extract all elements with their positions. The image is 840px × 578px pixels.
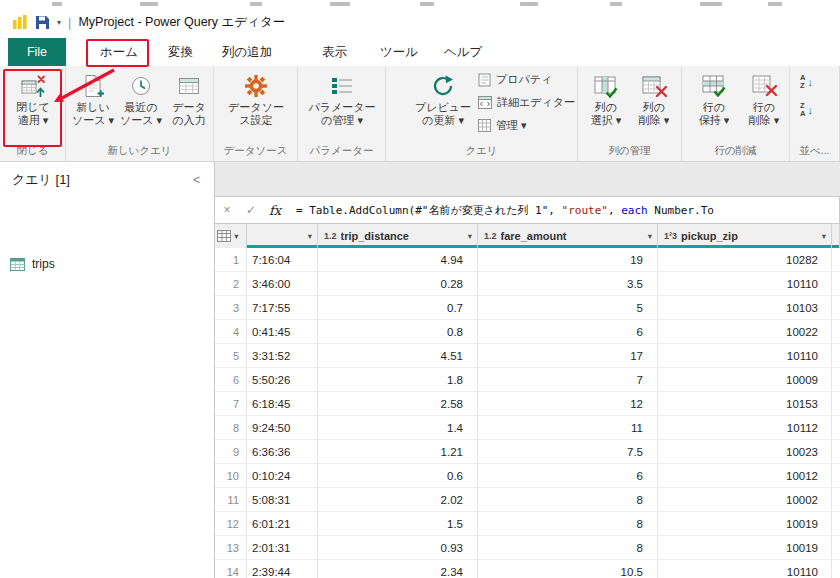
collapse-pane-button[interactable]: < — [193, 173, 200, 187]
pickup-zip-cell[interactable]: 10282 — [658, 248, 832, 271]
pickup-time-cell[interactable]: 7:17:55 — [247, 296, 318, 319]
row-number-cell[interactable]: 12 — [215, 512, 247, 535]
fare-amount-cell[interactable]: 8 — [478, 488, 658, 511]
keep-rows-button[interactable]: 行の 保持 ▾ — [692, 71, 736, 128]
trip-distance-cell[interactable]: 1.21 — [318, 440, 478, 463]
choose-columns-button[interactable]: 列の 選択 ▾ — [584, 71, 628, 128]
row-number-cell[interactable]: 2 — [215, 272, 247, 295]
fare-amount-cell[interactable]: 11 — [478, 416, 658, 439]
fare-amount-cell[interactable]: 8 — [478, 536, 658, 559]
tab-tools[interactable]: ツール — [372, 38, 426, 66]
pickup-time-cell[interactable]: 3:46:00 — [247, 272, 318, 295]
row-number-cell[interactable]: 4 — [215, 320, 247, 343]
remove-rows-button[interactable]: 行の 削除 ▾ — [742, 71, 786, 128]
cancel-button[interactable]: × — [215, 203, 239, 217]
filter-dropdown-icon[interactable]: ▾ — [822, 231, 826, 241]
column-header-trip-distance[interactable]: 1.2 trip_distance ▾ — [318, 224, 478, 248]
trip-distance-cell[interactable]: 4.51 — [318, 344, 478, 367]
trip-distance-cell[interactable]: 1.8 — [318, 368, 478, 391]
fare-amount-cell[interactable]: 12 — [478, 392, 658, 415]
pickup-time-cell[interactable]: 5:50:26 — [247, 368, 318, 391]
query-item-trips[interactable]: trips — [0, 252, 214, 276]
trip-distance-cell[interactable]: 0.6 — [318, 464, 478, 487]
data-source-settings-button[interactable]: データソー ス設定 — [224, 71, 288, 128]
row-number-cell[interactable]: 14 — [215, 560, 247, 578]
column-header-pickup-zip[interactable]: 1²3 pickup_zip ▾ — [658, 224, 832, 248]
filter-dropdown-icon[interactable]: ▾ — [648, 231, 652, 241]
pickup-time-cell[interactable]: 3:31:52 — [247, 344, 318, 367]
fare-amount-cell[interactable]: 3.5 — [478, 272, 658, 295]
manage-button[interactable]: 管理 ▾ — [478, 118, 527, 133]
pickup-zip-cell[interactable]: 10022 — [658, 320, 832, 343]
recent-sources-button[interactable]: 最近の ソース ▾ — [118, 71, 164, 128]
close-apply-button[interactable]: 閉じて 適用 ▾ — [7, 71, 59, 128]
pickup-zip-cell[interactable]: 10112 — [658, 416, 832, 439]
column-header-fare-amount[interactable]: 1.2 fare_amount ▾ — [478, 224, 658, 248]
pickup-time-cell[interactable]: 2:39:44 — [247, 560, 318, 578]
fare-amount-cell[interactable]: 17 — [478, 344, 658, 367]
new-source-button[interactable]: 新しい ソース ▾ — [70, 71, 116, 128]
pickup-zip-cell[interactable]: 10023 — [658, 440, 832, 463]
pickup-time-cell[interactable]: 0:41:45 — [247, 320, 318, 343]
tab-file[interactable]: File — [8, 38, 66, 66]
fare-amount-cell[interactable]: 6 — [478, 320, 658, 343]
filter-dropdown-icon[interactable]: ▾ — [308, 231, 312, 241]
pickup-zip-cell[interactable]: 10110 — [658, 344, 832, 367]
trip-distance-cell[interactable]: 2.58 — [318, 392, 478, 415]
pickup-time-cell[interactable]: 6:01:21 — [247, 512, 318, 535]
formula-input[interactable]: = Table.AddColumn(#"名前が変更された列 1", "route… — [296, 203, 714, 218]
pickup-zip-cell[interactable]: 10019 — [658, 512, 832, 535]
row-number-cell[interactable]: 6 — [215, 368, 247, 391]
manage-parameters-button[interactable]: パラメーター の管理 ▾ — [307, 71, 377, 128]
pickup-time-cell[interactable]: 7:16:04 — [247, 248, 318, 271]
fare-amount-cell[interactable]: 7.5 — [478, 440, 658, 463]
column-header-datetime-clipped[interactable]: ▾ — [247, 224, 318, 248]
pickup-time-cell[interactable]: 6:18:45 — [247, 392, 318, 415]
table-menu-button[interactable]: ▾ — [215, 224, 247, 248]
pickup-zip-cell[interactable]: 10153 — [658, 392, 832, 415]
pickup-zip-cell[interactable]: 10103 — [658, 296, 832, 319]
row-number-cell[interactable]: 8 — [215, 416, 247, 439]
row-number-cell[interactable]: 3 — [215, 296, 247, 319]
pickup-zip-cell[interactable]: 10110 — [658, 560, 832, 578]
tab-transform[interactable]: 変換 — [160, 38, 201, 66]
pickup-zip-cell[interactable]: 10012 — [658, 464, 832, 487]
tab-add-column[interactable]: 列の追加 — [214, 38, 280, 66]
pickup-zip-cell[interactable]: 10009 — [658, 368, 832, 391]
pickup-time-cell[interactable]: 5:08:31 — [247, 488, 318, 511]
trip-distance-cell[interactable]: 0.8 — [318, 320, 478, 343]
pickup-time-cell[interactable]: 0:10:24 — [247, 464, 318, 487]
fare-amount-cell[interactable]: 7 — [478, 368, 658, 391]
remove-columns-button[interactable]: 列の 削除 ▾ — [632, 71, 676, 128]
fare-amount-cell[interactable]: 10.5 — [478, 560, 658, 578]
fare-amount-cell[interactable]: 5 — [478, 296, 658, 319]
tab-view[interactable]: 表示 — [314, 38, 355, 66]
tab-home[interactable]: ホーム — [92, 38, 146, 66]
row-number-cell[interactable]: 1 — [215, 248, 247, 271]
row-number-cell[interactable]: 7 — [215, 392, 247, 415]
trip-distance-cell[interactable]: 4.94 — [318, 248, 478, 271]
trip-distance-cell[interactable]: 0.28 — [318, 272, 478, 295]
trip-distance-cell[interactable]: 2.02 — [318, 488, 478, 511]
tab-help[interactable]: ヘルプ — [436, 38, 490, 66]
fare-amount-cell[interactable]: 8 — [478, 512, 658, 535]
pickup-time-cell[interactable]: 2:01:31 — [247, 536, 318, 559]
trip-distance-cell[interactable]: 0.93 — [318, 536, 478, 559]
row-number-cell[interactable]: 10 — [215, 464, 247, 487]
properties-button[interactable]: プロパティ — [478, 72, 552, 87]
pickup-time-cell[interactable]: 6:36:36 — [247, 440, 318, 463]
pickup-zip-cell[interactable]: 10019 — [658, 536, 832, 559]
sort-ascending-button[interactable]: AZ ↓ — [800, 74, 813, 91]
refresh-preview-button[interactable]: プレビュー の更新 ▾ — [414, 71, 472, 128]
quick-access-caret[interactable]: ▾ — [57, 18, 61, 27]
sort-descending-button[interactable]: ZA ↓ — [800, 102, 813, 119]
trip-distance-cell[interactable]: 1.4 — [318, 416, 478, 439]
row-number-cell[interactable]: 9 — [215, 440, 247, 463]
trip-distance-cell[interactable]: 2.34 — [318, 560, 478, 578]
fare-amount-cell[interactable]: 6 — [478, 464, 658, 487]
pickup-zip-cell[interactable]: 10002 — [658, 488, 832, 511]
enter-data-button[interactable]: データ の入力 — [166, 71, 212, 128]
row-number-cell[interactable]: 5 — [215, 344, 247, 367]
advanced-editor-button[interactable]: 詳細エディター — [478, 95, 575, 110]
trip-distance-cell[interactable]: 0.7 — [318, 296, 478, 319]
